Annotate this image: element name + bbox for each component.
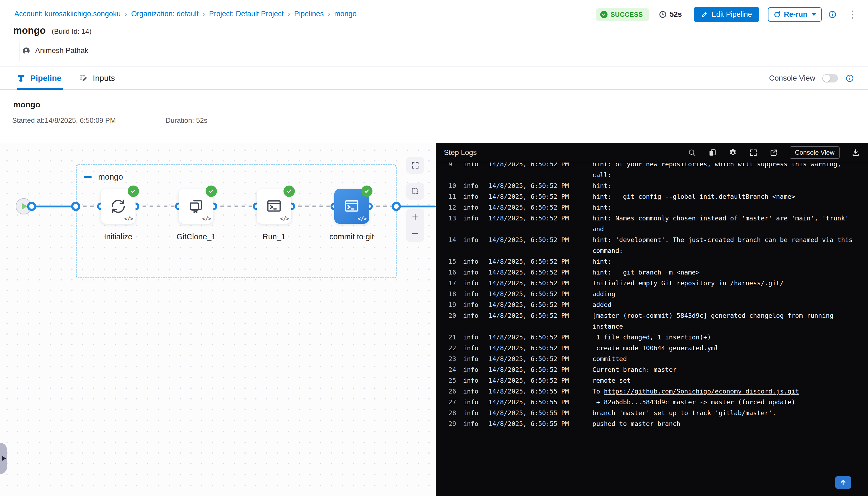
log-entry: 14info14/8/2025, 6:50:52 PMhint: 'develo… bbox=[448, 234, 861, 256]
expand-panel-handle[interactable] bbox=[0, 443, 7, 474]
open-external-icon[interactable] bbox=[770, 149, 778, 157]
settings-gear-icon[interactable] bbox=[728, 148, 737, 157]
log-entry: 20info14/8/2025, 6:50:52 PM[master (root… bbox=[448, 310, 861, 332]
tab-inputs[interactable]: Inputs bbox=[79, 74, 115, 83]
zoom-controls bbox=[406, 208, 424, 242]
stage-group-header[interactable]: mongo bbox=[84, 172, 123, 182]
execution-started: Started at: 14/8/2025, 6:50:09 PM bbox=[12, 116, 116, 125]
log-entry: 16info14/8/2025, 6:50:52 PMhint: git bra… bbox=[448, 267, 861, 278]
code-glyph: </> bbox=[358, 216, 366, 222]
author-indent-line bbox=[19, 42, 19, 61]
step-label-initialize: Initialize bbox=[75, 232, 161, 241]
breadcrumb-separator: › bbox=[328, 10, 330, 18]
chevron-right-icon bbox=[2, 456, 6, 461]
zoom-in-button[interactable] bbox=[406, 209, 424, 224]
code-glyph: </> bbox=[202, 216, 211, 222]
log-entry: 18info14/8/2025, 6:50:52 PMadding bbox=[448, 289, 861, 299]
info-icon[interactable] bbox=[828, 10, 837, 19]
log-entry: 29info14/8/2025, 6:50:55 PMpushed to mas… bbox=[448, 418, 861, 429]
log-entry: 26info14/8/2025, 6:50:55 PMTo https://gi… bbox=[448, 386, 861, 397]
connector-dot bbox=[71, 202, 80, 211]
log-entry: 23info14/8/2025, 6:50:52 PMcommitted bbox=[448, 354, 861, 364]
log-entry: 22info14/8/2025, 6:50:52 PM create mode … bbox=[448, 343, 861, 354]
step-node-run[interactable]: </> bbox=[257, 189, 291, 224]
duration-chip: 52s bbox=[658, 10, 682, 19]
chevron-down-icon bbox=[811, 13, 816, 16]
breadcrumb-current-pipeline[interactable]: mongo bbox=[334, 10, 357, 18]
active-tab-underline bbox=[17, 88, 63, 90]
console-view-label: Console View bbox=[769, 74, 815, 82]
log-entry: 27info14/8/2025, 6:50:55 PM + 82a6dbb...… bbox=[448, 397, 861, 407]
step-label-run: Run_1 bbox=[231, 232, 317, 241]
step-node-initialize[interactable]: </> bbox=[101, 189, 136, 224]
scroll-to-top-button[interactable] bbox=[835, 476, 851, 489]
execution-duration: Duration: 52s bbox=[166, 116, 207, 125]
log-entry: 24info14/8/2025, 6:50:52 PMCurrent branc… bbox=[448, 364, 861, 375]
status-badge: SUCCESS bbox=[596, 9, 649, 21]
tab-inputs-label: Inputs bbox=[93, 74, 115, 83]
console-view-toggle[interactable] bbox=[822, 74, 838, 82]
edge-dashed bbox=[291, 205, 334, 207]
breadcrumb-separator: › bbox=[203, 10, 205, 18]
step-node-gitclone[interactable]: </> bbox=[179, 189, 213, 224]
rerun-button[interactable]: Re-run bbox=[768, 7, 822, 22]
more-options-icon[interactable] bbox=[851, 10, 854, 20]
breadcrumb-separator: › bbox=[288, 10, 290, 18]
edit-pipeline-button[interactable]: Edit Pipeline bbox=[694, 7, 759, 22]
log-entry: 19info14/8/2025, 6:50:52 PMadded bbox=[448, 299, 861, 310]
breadcrumb-separator: › bbox=[125, 10, 127, 18]
log-entry: 12info14/8/2025, 6:50:52 PMhint: bbox=[448, 202, 861, 213]
console-view-button[interactable]: Console View bbox=[790, 146, 840, 159]
console-view-info-icon[interactable] bbox=[846, 74, 854, 82]
duration-text: 52s bbox=[670, 10, 682, 19]
copy-icon[interactable] bbox=[708, 149, 716, 157]
edit-pipeline-label: Edit Pipeline bbox=[711, 10, 752, 19]
breadcrumb-account[interactable]: Account: kurosakiichigo.songoku bbox=[14, 10, 121, 18]
edge-start-to-group bbox=[32, 205, 76, 207]
code-glyph: </> bbox=[280, 216, 289, 222]
success-check-icon bbox=[600, 11, 607, 18]
code-glyph: </> bbox=[124, 216, 133, 222]
log-link[interactable]: https://github.com/Sonichigo/economy-dis… bbox=[604, 388, 799, 395]
edge-dashed bbox=[136, 205, 179, 207]
tab-bar: Pipeline Inputs Console View bbox=[0, 66, 868, 90]
edge-group-to-right bbox=[396, 205, 436, 207]
pencil-icon bbox=[701, 11, 708, 18]
inputs-icon bbox=[79, 74, 89, 83]
edge-dashed bbox=[213, 205, 257, 207]
log-entry: 15info14/8/2025, 6:50:52 PMhint: bbox=[448, 256, 861, 267]
header-actions: SUCCESS 52s Edit Pipeline Re-run bbox=[596, 7, 854, 22]
collapse-icon[interactable] bbox=[84, 176, 92, 178]
download-icon[interactable] bbox=[852, 149, 860, 157]
fit-to-screen-button[interactable] bbox=[406, 157, 424, 174]
log-entry: 25info14/8/2025, 6:50:52 PMremote set bbox=[448, 375, 861, 386]
breadcrumb-organization[interactable]: Organization: default bbox=[131, 10, 199, 18]
zoom-out-button[interactable] bbox=[406, 226, 424, 241]
log-entry: 17info14/8/2025, 6:50:52 PMInitialized e… bbox=[448, 278, 861, 289]
connector-dot bbox=[27, 202, 36, 211]
play-icon bbox=[22, 203, 27, 210]
tab-pipeline[interactable]: Pipeline bbox=[17, 74, 61, 83]
author-row: Animesh Pathak bbox=[22, 47, 89, 55]
execution-name: mongo bbox=[13, 100, 40, 109]
marquee-select-button[interactable] bbox=[406, 183, 424, 200]
fullscreen-icon[interactable] bbox=[749, 149, 758, 157]
clock-icon bbox=[658, 10, 667, 19]
sync-icon bbox=[109, 198, 127, 215]
breadcrumb: Account: kurosakiichigo.songoku › Organi… bbox=[14, 10, 357, 18]
pipeline-canvas[interactable]: mongo </> Initializ bbox=[0, 143, 436, 496]
log-entry: 9info14/8/2025, 6:50:52 PMhint: of your … bbox=[448, 162, 861, 181]
author-name: Animesh Pathak bbox=[35, 47, 89, 55]
step-label-commit-to-git: commit to git bbox=[308, 232, 395, 241]
status-text: SUCCESS bbox=[610, 11, 643, 18]
step-logs-header: Step Logs Console View bbox=[436, 143, 868, 162]
log-entries: 9info14/8/2025, 6:50:52 PMhint: of your … bbox=[448, 162, 861, 429]
step-node-commit-to-git[interactable]: </> bbox=[334, 189, 369, 224]
rerun-label: Re-run bbox=[784, 10, 807, 19]
search-icon[interactable] bbox=[688, 149, 696, 157]
breadcrumb-pipelines[interactable]: Pipelines bbox=[294, 10, 324, 18]
log-content[interactable]: 9info14/8/2025, 6:50:52 PMhint: of your … bbox=[436, 162, 868, 496]
breadcrumb-project[interactable]: Project: Default Project bbox=[209, 10, 284, 18]
log-entry: 11info14/8/2025, 6:50:52 PMhint: git con… bbox=[448, 191, 861, 202]
avatar bbox=[22, 47, 30, 55]
